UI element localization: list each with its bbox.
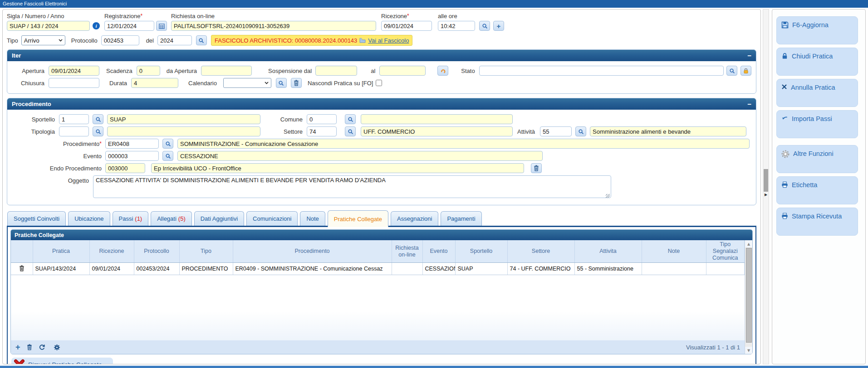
splitter-arrow-icon[interactable]: ▶ <box>765 193 767 197</box>
tipologia-search-button[interactable] <box>93 126 103 136</box>
attivita-search-button[interactable] <box>575 126 586 136</box>
tab-soggetti-coinvolti[interactable]: Soggetti Coinvolti <box>7 211 66 226</box>
search-button[interactable] <box>479 21 490 31</box>
stato-search-button[interactable] <box>726 66 737 76</box>
cell-settore[interactable]: 74 - UFF. COMMERCIO <box>507 263 574 275</box>
calendario-delete-button[interactable] <box>291 78 302 88</box>
apertura-input[interactable] <box>49 66 99 76</box>
cell-ricezione[interactable]: 09/01/2024 <box>89 263 134 275</box>
scroll-thumb[interactable] <box>746 248 752 343</box>
tab-pratiche-collegate[interactable]: Pratiche Collegate <box>328 210 388 227</box>
durata-input[interactable] <box>131 78 178 88</box>
tab-dati-aggiuntivi[interactable]: Dati Aggiuntivi <box>194 211 244 226</box>
attivita-desc-input[interactable] <box>590 126 746 136</box>
anno-input[interactable] <box>157 35 192 45</box>
sidebar-button-annulla-pratica[interactable]: Annulla Pratica <box>776 79 858 107</box>
ora-input[interactable] <box>438 21 475 31</box>
tab-passi[interactable]: Passi(1) <box>113 211 149 226</box>
chiusura-input[interactable] <box>49 78 99 88</box>
scroll-down-button[interactable]: ▼ <box>745 347 753 354</box>
procedimento-code-input[interactable] <box>105 139 159 149</box>
ricezione-input[interactable] <box>381 21 432 31</box>
sidebar-button-altre-funzioni[interactable]: Altre Funzioni <box>776 145 858 173</box>
evento-code-input[interactable] <box>105 151 159 161</box>
evento-desc-input[interactable] <box>177 151 543 161</box>
protocollo-input[interactable] <box>101 35 139 45</box>
da-apertura-input[interactable] <box>201 66 252 76</box>
add-button[interactable]: + <box>493 21 504 31</box>
calendario-search-button[interactable] <box>276 78 287 88</box>
cell-evento[interactable]: CESSAZION <box>422 263 455 275</box>
tab-ubicazione[interactable]: Ubicazione <box>68 211 110 226</box>
delete-row-button[interactable] <box>27 344 32 350</box>
sospensione-button[interactable] <box>437 66 448 76</box>
registrazione-input[interactable] <box>104 21 154 31</box>
tab-note[interactable]: Note <box>300 211 325 226</box>
stato-input[interactable] <box>479 66 724 76</box>
column-header-tipo[interactable]: Tipo <box>179 240 233 263</box>
tipologia-code-input[interactable] <box>59 126 89 136</box>
nascondi-checkbox[interactable] <box>376 80 382 86</box>
calendario-select[interactable] <box>223 78 271 88</box>
settore-search-button[interactable] <box>345 126 356 136</box>
scadenza-input[interactable] <box>137 66 160 76</box>
oggetto-textarea[interactable]: CESSAZIONE ATTIVITA' DI SOMMINISTRAZIONE… <box>93 175 611 198</box>
calendar-button[interactable] <box>156 21 167 31</box>
column-header-richiesta-online[interactable]: Richiesta on-line <box>392 240 422 263</box>
column-header-ricezione[interactable]: Ricezione <box>89 240 134 263</box>
scroll-up-button[interactable]: ▲ <box>745 240 753 247</box>
column-header-protocollo[interactable]: Protocollo <box>134 240 179 263</box>
richiesta-online-input[interactable] <box>171 21 376 31</box>
tipologia-desc-input[interactable] <box>107 126 260 136</box>
collapse-button[interactable]: − <box>747 101 751 107</box>
settore-code-input[interactable] <box>307 126 337 136</box>
cell-procedimento[interactable]: ER0409 - SOMMINISTRAZIONE - Comunicazion… <box>233 263 392 275</box>
column-header-attivita[interactable]: Attivita <box>574 240 642 263</box>
tab-assegnazioni[interactable]: Assegnazioni <box>391 211 438 226</box>
cell-tipo[interactable]: PROCEDIMENTO <box>179 263 233 275</box>
cell-attivita[interactable]: 55 - Somministrazione <box>574 263 642 275</box>
sportello-desc-input[interactable] <box>107 114 260 124</box>
collapse-button[interactable]: − <box>747 52 751 59</box>
sospensione-dal-input[interactable] <box>315 66 357 76</box>
al-input[interactable] <box>379 66 426 76</box>
cell-richiesta-online[interactable] <box>392 263 422 275</box>
tab-pagamenti[interactable]: Pagamenti <box>441 211 481 226</box>
settore-desc-input[interactable] <box>361 126 513 136</box>
sigla-input[interactable] <box>7 21 90 31</box>
splitter-handle[interactable] <box>764 169 768 192</box>
column-header-tipo-segnalazi[interactable]: Tipo Segnalazi Comunica <box>706 240 745 263</box>
vai-al-fascicolo-link[interactable]: Vai al Fascicolo <box>368 37 409 44</box>
procedimento-search-button[interactable] <box>162 139 173 149</box>
procedimento-desc-input[interactable] <box>177 139 750 149</box>
cell-pratica[interactable]: SUAP/143/2024 <box>33 263 89 275</box>
settings-button[interactable] <box>54 344 60 351</box>
info-icon[interactable]: i <box>93 22 100 29</box>
column-header-evento[interactable]: Evento <box>422 240 455 263</box>
tab-allegati[interactable]: Allegati(5) <box>151 211 192 226</box>
sidebar-button-etichetta[interactable]: Etichetta <box>776 176 858 204</box>
comune-desc-input[interactable] <box>361 114 513 124</box>
evento-search-button[interactable] <box>162 151 173 161</box>
column-header-procedimento[interactable]: Procedimento <box>233 240 392 263</box>
sidebar-button-stampa-ricevuta[interactable]: Stampa Ricevuta <box>776 208 858 236</box>
stato-lock-button[interactable] <box>740 66 751 76</box>
cell-tipo-segnalazi[interactable] <box>706 263 745 275</box>
endo-desc-input[interactable] <box>151 163 524 173</box>
rimuovi-pratiche-collegate-button[interactable]: Rimuovi Pratiche Collegate... <box>11 358 113 364</box>
column-header-sportello[interactable]: Sportello <box>455 240 507 263</box>
resize-handle[interactable] <box>606 194 610 198</box>
comune-code-input[interactable] <box>307 114 337 124</box>
sportello-search-button[interactable] <box>93 114 103 124</box>
column-header-pratica[interactable]: Pratica <box>33 240 89 263</box>
endo-code-input[interactable] <box>105 163 145 173</box>
protocollo-search-button[interactable] <box>196 35 207 45</box>
row-delete-button[interactable] <box>11 263 33 275</box>
column-header-settore[interactable]: Settore <box>507 240 574 263</box>
column-header-note[interactable]: Note <box>642 240 706 263</box>
cell-sportello[interactable]: SUAP <box>455 263 507 275</box>
endo-delete-button[interactable] <box>531 163 542 173</box>
sidebar-button-importa-passi[interactable]: Importa Passi <box>776 110 858 138</box>
comune-search-button[interactable] <box>345 114 356 124</box>
cell-note[interactable] <box>642 263 706 275</box>
